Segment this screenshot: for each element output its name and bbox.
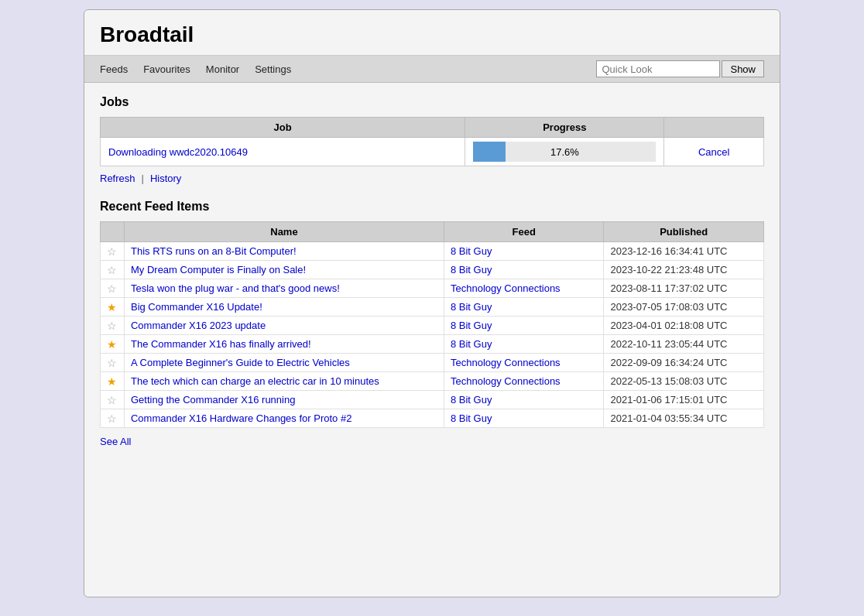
feed-item-published: 2023-10-22 21:23:48 UTC bbox=[604, 261, 764, 279]
feed-row: ☆ A Complete Beginner's Guide to Electri… bbox=[101, 354, 764, 372]
jobs-actions: Refresh | History bbox=[100, 173, 764, 184]
nav-feeds[interactable]: Feeds bbox=[100, 62, 135, 77]
job-row: Downloading wwdc2020.10649 17.6% Cancel bbox=[101, 138, 764, 166]
feed-item-feed[interactable]: 8 Bit Guy bbox=[444, 261, 604, 279]
feed-item-name[interactable]: Commander X16 Hardware Changes for Proto… bbox=[124, 409, 444, 428]
feed-item-published: 2023-08-11 17:37:02 UTC bbox=[604, 279, 764, 298]
feed-item-published: 2023-07-05 17:08:03 UTC bbox=[604, 298, 764, 317]
feed-col-feed: Feed bbox=[444, 222, 604, 242]
feed-item-name[interactable]: Commander X16 2023 update bbox=[124, 317, 444, 335]
jobs-col-action bbox=[664, 118, 764, 138]
feed-item-name[interactable]: Big Commander X16 Update! bbox=[124, 298, 444, 317]
feed-item-name[interactable]: Getting the Commander X16 running bbox=[124, 391, 444, 409]
feed-item-feed[interactable]: 8 Bit Guy bbox=[444, 242, 604, 261]
star-icon[interactable]: ☆ bbox=[107, 357, 117, 369]
feed-item-name[interactable]: The Commander X16 has finally arrived! bbox=[124, 335, 444, 354]
feed-item-published: 2021-01-06 17:15:01 UTC bbox=[604, 391, 764, 409]
feed-item-feed[interactable]: 8 Bit Guy bbox=[444, 391, 604, 409]
feed-item-name[interactable]: The tech which can charge an electric ca… bbox=[124, 372, 444, 391]
star-icon[interactable]: ★ bbox=[107, 375, 117, 388]
feed-item-published: 2022-10-11 23:05:44 UTC bbox=[604, 335, 764, 354]
star-icon[interactable]: ☆ bbox=[107, 282, 117, 295]
history-link[interactable]: History bbox=[150, 173, 181, 184]
feed-item-name[interactable]: This RTS runs on an 8-Bit Computer! bbox=[124, 242, 444, 261]
feed-item-published: 2023-12-16 16:34:41 UTC bbox=[604, 242, 764, 261]
feed-item-feed[interactable]: Technology Connections bbox=[444, 279, 604, 298]
feed-row: ☆ Getting the Commander X16 running 8 Bi… bbox=[101, 391, 764, 409]
jobs-col-job: Job bbox=[101, 118, 465, 138]
feed-item-published: 2023-04-01 02:18:08 UTC bbox=[604, 317, 764, 335]
nav-monitor[interactable]: Monitor bbox=[198, 62, 247, 77]
refresh-link[interactable]: Refresh bbox=[100, 173, 135, 184]
job-name[interactable]: Downloading wwdc2020.10649 bbox=[101, 138, 465, 166]
feed-item-published: 2022-09-09 16:34:24 UTC bbox=[604, 354, 764, 372]
star-icon[interactable]: ☆ bbox=[107, 320, 117, 332]
feed-row: ☆ Commander X16 2023 update 8 Bit Guy 20… bbox=[101, 317, 764, 335]
nav-settings[interactable]: Settings bbox=[247, 62, 299, 77]
feed-item-feed[interactable]: 8 Bit Guy bbox=[444, 409, 604, 428]
feed-item-name[interactable]: Tesla won the plug war - and that's good… bbox=[124, 279, 444, 298]
feed-col-star bbox=[101, 222, 125, 242]
title-bar: Broadtail bbox=[84, 10, 780, 56]
star-icon[interactable]: ★ bbox=[107, 301, 117, 313]
feed-row: ☆ Tesla won the plug war - and that's go… bbox=[101, 279, 764, 298]
jobs-section-title: Jobs bbox=[100, 95, 764, 109]
feed-item-feed[interactable]: 8 Bit Guy bbox=[444, 335, 604, 354]
feed-row: ☆ My Dream Computer is Finally on Sale! … bbox=[101, 261, 764, 279]
actions-separator: | bbox=[142, 173, 144, 184]
feed-item-published: 2021-01-04 03:55:34 UTC bbox=[604, 409, 764, 428]
job-progress: 17.6% bbox=[465, 138, 664, 166]
recent-feeds-title: Recent Feed Items bbox=[100, 200, 764, 214]
star-icon[interactable]: ★ bbox=[107, 338, 117, 351]
quick-look-input[interactable] bbox=[596, 60, 720, 77]
star-icon[interactable]: ☆ bbox=[107, 264, 117, 276]
feed-col-published: Published bbox=[604, 222, 764, 242]
feed-item-name[interactable]: A Complete Beginner's Guide to Electric … bbox=[124, 354, 444, 372]
feed-item-feed[interactable]: Technology Connections bbox=[444, 372, 604, 391]
star-icon[interactable]: ☆ bbox=[107, 412, 117, 425]
feed-item-name[interactable]: My Dream Computer is Finally on Sale! bbox=[124, 261, 444, 279]
feed-item-feed[interactable]: 8 Bit Guy bbox=[444, 317, 604, 335]
job-cancel[interactable]: Cancel bbox=[664, 138, 764, 166]
feed-col-name: Name bbox=[124, 222, 444, 242]
feed-item-published: 2022-05-13 15:08:03 UTC bbox=[604, 372, 764, 391]
star-icon[interactable]: ☆ bbox=[107, 245, 117, 258]
feed-row: ☆ Commander X16 Hardware Changes for Pro… bbox=[101, 409, 764, 428]
jobs-col-progress: Progress bbox=[465, 118, 664, 138]
feed-row: ☆ This RTS runs on an 8-Bit Computer! 8 … bbox=[101, 242, 764, 261]
show-button[interactable]: Show bbox=[722, 60, 764, 77]
nav-favourites[interactable]: Favourites bbox=[135, 62, 198, 77]
main-window: Broadtail Feeds Favourites Monitor Setti… bbox=[84, 9, 780, 597]
feed-row: ★ The Commander X16 has finally arrived!… bbox=[101, 335, 764, 354]
feed-item-feed[interactable]: 8 Bit Guy bbox=[444, 298, 604, 317]
star-icon[interactable]: ☆ bbox=[107, 394, 117, 406]
feed-item-feed[interactable]: Technology Connections bbox=[444, 354, 604, 372]
feed-row: ★ The tech which can charge an electric … bbox=[101, 372, 764, 391]
feed-row: ★ Big Commander X16 Update! 8 Bit Guy 20… bbox=[101, 298, 764, 317]
feed-table: Name Feed Published ☆ This RTS runs on a… bbox=[100, 221, 764, 428]
jobs-table: Job Progress Downloading wwdc2020.10649 … bbox=[100, 117, 764, 166]
nav-bar: Feeds Favourites Monitor Settings Show bbox=[84, 56, 780, 83]
app-title: Broadtail bbox=[100, 22, 194, 46]
content-area: Jobs Job Progress Downloading wwdc2020.1… bbox=[84, 83, 780, 460]
see-all-link[interactable]: See All bbox=[100, 436, 131, 447]
